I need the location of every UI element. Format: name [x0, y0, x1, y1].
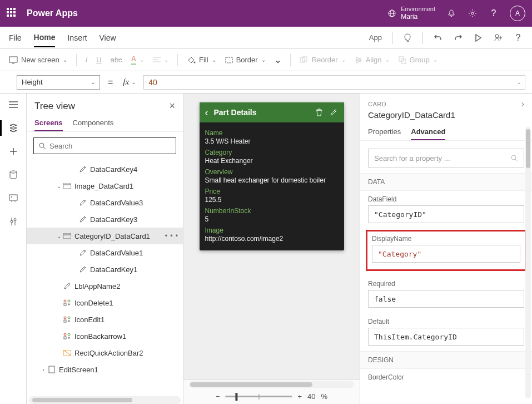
menu-insert[interactable]: Insert — [67, 29, 87, 47]
help-icon[interactable]: ? — [489, 8, 499, 18]
tree-row[interactable]: DataCardKey4 — [27, 161, 183, 178]
fill-button[interactable]: Fill ⌄ — [187, 56, 216, 64]
default-label: Default — [368, 318, 524, 326]
property-search[interactable]: Search for a property ... — [368, 149, 524, 167]
align-text-button[interactable]: ⌄ — [153, 57, 168, 63]
tools-icon[interactable] — [8, 216, 19, 227]
panel-scrollbar[interactable] — [525, 127, 531, 398]
italic-button[interactable]: I — [86, 56, 88, 64]
tab-advanced[interactable]: Advanced — [411, 124, 445, 140]
search-icon — [510, 154, 518, 162]
menu-view[interactable]: View — [99, 29, 116, 47]
field-value: 3.5 W/S Heater — [205, 137, 339, 145]
tree-row-label: Image_DataCard1 — [74, 182, 178, 190]
new-screen-button[interactable]: New screen ⌄ — [9, 56, 67, 64]
design-section-header: DESIGN — [360, 351, 532, 369]
share-icon[interactable] — [493, 33, 503, 43]
tree-search[interactable] — [33, 137, 176, 154]
displayname-label: DisplayName — [372, 235, 520, 243]
svg-point-3 — [471, 12, 474, 14]
help-icon[interactable]: ? — [513, 33, 523, 43]
fx-button[interactable]: fx⌄ — [121, 77, 138, 87]
property-selector[interactable]: Height ⌄ — [17, 75, 100, 90]
redo-icon[interactable] — [453, 33, 463, 43]
tree-row[interactable]: ›EditScreen1 — [27, 361, 183, 378]
zoom-out-button[interactable]: − — [216, 392, 220, 401]
svg-point-35 — [64, 300, 66, 302]
tab-screens[interactable]: Screens — [34, 115, 63, 131]
underline-button[interactable]: U — [96, 56, 101, 64]
tree-row[interactable]: DataCardKey3 — [27, 211, 183, 228]
datafield-input[interactable]: "CategoryID" — [368, 205, 524, 223]
tab-properties[interactable]: Properties — [368, 124, 401, 140]
tree-row[interactable]: DataCardValue1 — [27, 244, 183, 261]
font-color-button[interactable]: A⌄ — [131, 55, 144, 65]
displayname-input[interactable]: "Category" — [372, 245, 520, 263]
tree-row[interactable]: IconDelete1 — [27, 294, 183, 311]
svg-point-26 — [11, 196, 12, 198]
svg-rect-5 — [9, 57, 17, 62]
notifications-icon[interactable] — [446, 8, 456, 18]
checker-icon[interactable] — [402, 33, 412, 43]
more-tools[interactable]: ⌄ — [275, 56, 281, 65]
app-preview: ‹ Part Details Name3.5 W/S HeaterCategor… — [200, 102, 344, 250]
tree-row[interactable]: LblAppName2 — [27, 278, 183, 294]
edit-icon — [79, 265, 87, 273]
canvas-horizontal-scrollbar[interactable] — [189, 381, 354, 388]
waffle-icon[interactable] — [7, 8, 18, 19]
chevron-down-icon: ⌄ — [517, 79, 521, 85]
menu-app[interactable]: App — [369, 33, 382, 42]
play-icon[interactable] — [473, 33, 483, 43]
caret-closed-icon[interactable]: › — [40, 367, 47, 373]
data-icon[interactable] — [8, 169, 19, 180]
environment-selector[interactable]: Environment Maria — [387, 6, 435, 21]
strikethrough-button[interactable]: abc — [111, 56, 122, 64]
tree-search-input[interactable] — [49, 142, 171, 150]
tab-components[interactable]: Components — [73, 115, 114, 131]
media-icon[interactable] — [8, 193, 19, 204]
close-icon[interactable]: × — [169, 100, 175, 112]
hamburger-icon[interactable] — [8, 99, 19, 110]
border-button[interactable]: Border ⌄ — [225, 56, 266, 64]
zoom-slider[interactable] — [225, 396, 292, 397]
align-button[interactable]: Align⌄ — [355, 56, 390, 64]
delete-icon[interactable] — [315, 109, 324, 116]
environment-name: Maria — [401, 13, 435, 21]
chevron-right-icon[interactable]: › — [521, 99, 524, 109]
svg-rect-11 — [226, 57, 232, 63]
avatar[interactable]: A — [510, 6, 525, 21]
tree-view-title: Tree view — [34, 101, 75, 112]
tree-view-icon[interactable] — [8, 122, 19, 134]
group-button[interactable]: Group⌄ — [399, 56, 437, 64]
settings-icon[interactable] — [468, 8, 478, 18]
svg-rect-25 — [9, 195, 17, 200]
back-arrow-icon[interactable]: ‹ — [205, 107, 208, 119]
screen-icon — [9, 56, 18, 64]
tree-row[interactable]: ⌄Image_DataCard1 — [27, 178, 183, 194]
zoom-percent: 40 — [307, 392, 315, 401]
default-input[interactable]: ThisItem.CategoryID — [368, 328, 524, 346]
caret-open-icon[interactable]: ⌄ — [56, 183, 62, 189]
caret-open-icon[interactable]: ⌄ — [56, 233, 62, 239]
app-title: Power Apps — [27, 8, 78, 18]
svg-point-53 — [511, 155, 516, 160]
insert-icon[interactable] — [8, 146, 19, 157]
undo-icon[interactable] — [433, 33, 443, 43]
zoom-in-button[interactable]: + — [297, 392, 302, 401]
menu-file[interactable]: File — [9, 29, 22, 47]
tree-row-label: IconBackarrow1 — [74, 332, 178, 341]
more-icon[interactable]: • • • — [165, 232, 178, 240]
tree-row[interactable]: DataCardKey1 — [27, 261, 183, 278]
tree-row[interactable]: RectQuickActionBar2 — [27, 344, 183, 361]
tree-row[interactable]: IconBackarrow1 — [27, 328, 183, 344]
tree-row[interactable]: DataCardValue3 — [27, 194, 183, 211]
tree-row[interactable]: IconEdit1 — [27, 311, 183, 328]
tree-row[interactable]: ⌄CategoryID_DataCard1• • • — [27, 228, 183, 244]
iconset-icon — [63, 316, 71, 323]
edit-icon[interactable] — [330, 109, 339, 116]
formula-input[interactable]: 40 ⌄ — [143, 75, 525, 90]
tree-horizontal-scrollbar[interactable] — [29, 396, 181, 404]
reorder-button[interactable]: Reorder⌄ — [300, 56, 346, 64]
required-input[interactable]: false — [368, 290, 524, 308]
menu-home[interactable]: Home — [34, 28, 56, 47]
